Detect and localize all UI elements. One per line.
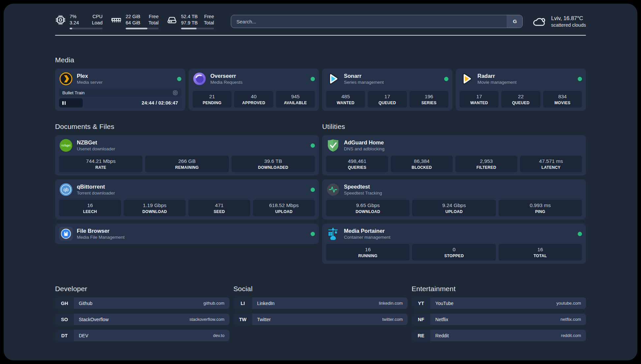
stat-label: FILTERED (457, 165, 516, 170)
stat-label: DOWNLOADED (233, 165, 314, 170)
stat-rate: 744.21 Mbps RATE (59, 156, 142, 172)
search-bar[interactable]: G (231, 15, 523, 28)
stat-label: WANTED (461, 101, 497, 105)
stat-label: RATE (60, 165, 141, 170)
status-online-dot (311, 232, 315, 236)
service-name: File Browser (77, 228, 125, 234)
service-subtitle: Series management (344, 80, 384, 85)
service-card-nzbget[interactable]: nzbget NZBGet Usenet downloader 74 (55, 135, 319, 175)
stat-value: 86,384 (392, 158, 451, 164)
status-online-dot (578, 77, 582, 81)
stat-queued: 22 QUEUED (501, 91, 540, 107)
weather-location-temp: Lviv, 16.87°C (551, 15, 586, 21)
stat-value: 17 (369, 94, 405, 100)
stat-value: 16 (60, 202, 120, 208)
cpu-percent: 7% (70, 14, 79, 20)
stat-blocked: 86,384 BLOCKED (391, 156, 453, 172)
bookmark-netflix[interactable]: NF Netflix netflix.com (412, 314, 586, 325)
disk-usage-bar (181, 28, 214, 29)
memory-total-value: 64 GiB (126, 20, 140, 26)
stat-ping: 0.993 ms PING (499, 200, 582, 216)
search-provider-button[interactable]: G (507, 15, 522, 28)
service-card-overseerr[interactable]: Overseerr Media Requests 21 PENDING 40 A… (189, 69, 319, 111)
stat-value: 618.52 Mbps (254, 202, 314, 208)
section-title-documents: Documents & Files (55, 123, 319, 131)
stat-label: AVAILABLE (277, 101, 314, 105)
status-online-dot (444, 77, 448, 81)
now-playing-title: Bullet Train (62, 90, 85, 95)
stat-label: LATENCY (521, 165, 581, 170)
stat-upload: 9.24 Gbps UPLOAD (412, 200, 496, 216)
disk-total-label: Total (204, 20, 214, 26)
stat-value: 485 (327, 94, 364, 100)
stat-value: 266 GB (146, 158, 227, 164)
nzbget-logo-icon: nzbget (59, 138, 73, 152)
stat-value: 40 (235, 94, 272, 100)
search-input[interactable] (231, 15, 507, 28)
bookmark-dev[interactable]: DT DEV dev.to (55, 330, 229, 341)
section-title-developer: Developer (55, 285, 229, 293)
stat-value: 9.24 Gbps (413, 202, 494, 208)
stat-value: 47.571 ms (521, 158, 581, 164)
service-card-filebrowser[interactable]: File Browser Media File Management (55, 224, 319, 244)
bookmark-github[interactable]: GH Github github.com (55, 297, 229, 309)
radarr-logo-icon (460, 72, 473, 86)
svg-text:qb: qb (63, 187, 69, 193)
cpu-load-value: 3.24 (70, 20, 79, 26)
memory-usage-bar (126, 28, 159, 29)
stat-label: UPLOAD (254, 209, 314, 214)
section-title-entertainment: Entertainment (412, 285, 586, 293)
bookmark-twitter[interactable]: TW Twitter twitter.com (233, 314, 408, 325)
stat-label: DOWNLOAD (327, 209, 408, 214)
stat-label: MOVIES (544, 101, 581, 105)
service-card-speedtest[interactable]: Speedtest Speedtest Tracking 9.65 Gbps D… (322, 179, 586, 220)
service-subtitle: Torrent downloader (77, 191, 115, 196)
stat-label: SEED (190, 209, 249, 214)
bookmark-youtube[interactable]: YT YouTube youtube.com (412, 297, 586, 309)
now-playing-row: Bullet Train (59, 89, 181, 97)
service-card-portainer[interactable]: Media Portainer Container management 16 … (322, 224, 586, 264)
bookmark-abbr: TW (233, 314, 252, 325)
stat-total: 16 TOTAL (499, 244, 582, 260)
stat-label: STOPPED (413, 254, 494, 258)
playback-progress-bar: 24:44 / 02:06:47 (59, 98, 181, 107)
stat-value: 471 (190, 202, 249, 208)
sonarr-logo-icon (326, 72, 340, 86)
service-card-sonarr[interactable]: Sonarr Series management 485 WANTED 17 Q… (322, 69, 452, 111)
disk-free-value: 52.4 TB (181, 14, 198, 20)
service-subtitle: Media File Management (77, 235, 125, 240)
stat-approved: 40 APPROVED (234, 91, 273, 107)
pause-icon[interactable] (62, 101, 66, 105)
bookmark-stackoverflow[interactable]: SO StackOverflow stackoverflow.com (55, 314, 229, 325)
stat-value: 744.21 Mbps (60, 158, 141, 164)
stat-wanted: 485 WANTED (326, 91, 365, 107)
stat-value: 16 (500, 247, 581, 253)
speedtest-logo-icon (326, 183, 340, 197)
section-title-social: Social (233, 285, 408, 293)
stat-value: 0.993 ms (500, 202, 581, 208)
stat-label: PING (500, 209, 581, 214)
service-card-qbittorrent[interactable]: qb qBittorrent Torrent downloader (55, 179, 319, 220)
service-card-radarr[interactable]: Radarr Movie management 17 WANTED 22 QUE… (456, 69, 586, 111)
stat-label: QUERIES (327, 165, 387, 170)
service-card-adguard[interactable]: AdGuard Home DNS and adblocking 498,461 … (322, 135, 586, 175)
section-title-media: Media (55, 56, 586, 64)
stat-value: 16 (327, 247, 408, 253)
stat-value: 39.6 TB (233, 158, 314, 164)
service-card-plex[interactable]: Plex Media server Bullet Train (55, 69, 185, 111)
disk-widget: 52.4 TB 97.9 TB Free Total (167, 14, 214, 29)
bookmark-abbr: RE (412, 330, 430, 341)
stat-queued: 17 QUEUED (368, 91, 407, 107)
weather-widget[interactable]: Lviv, 16.87°C scattered clouds (532, 14, 586, 29)
bookmark-reddit[interactable]: RE Reddit reddit.com (412, 330, 586, 341)
bookmark-linkedin[interactable]: LI LinkedIn linkedin.com (233, 297, 408, 309)
bookmark-domain: reddit.com (561, 333, 581, 338)
service-name: NZBGet (77, 139, 115, 146)
status-online-dot (578, 232, 582, 236)
stat-filtered: 2,953 FILTERED (455, 156, 517, 172)
cpu-usage-bar (70, 28, 103, 29)
dashboard: 7% 3.24 CPU Load (4, 4, 637, 360)
bookmark-domain: github.com (203, 301, 225, 306)
memory-free-label: Free (148, 14, 159, 20)
memory-total-label: Total (148, 20, 159, 26)
